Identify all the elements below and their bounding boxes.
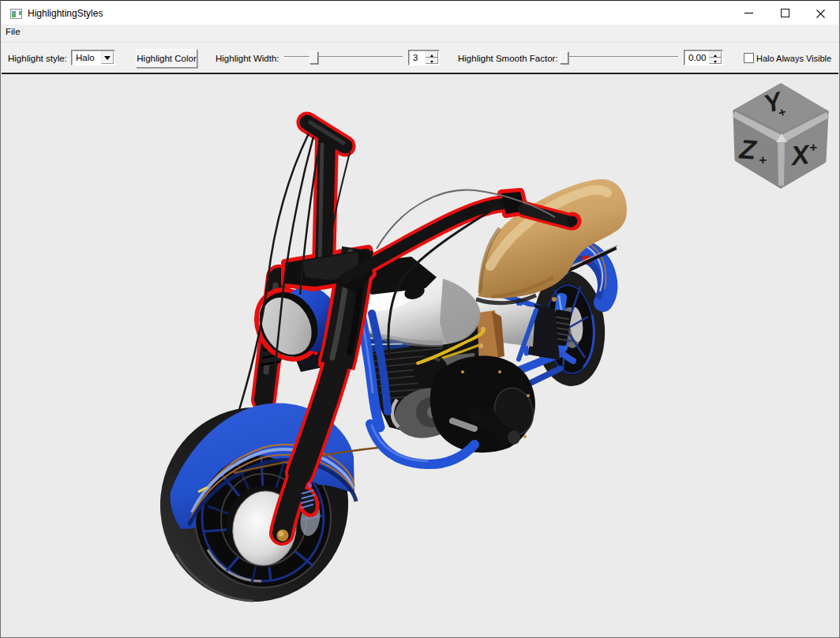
svg-text:+: + bbox=[759, 152, 767, 167]
svg-text:+: + bbox=[809, 140, 817, 155]
svg-text:Z: Z bbox=[738, 133, 759, 165]
